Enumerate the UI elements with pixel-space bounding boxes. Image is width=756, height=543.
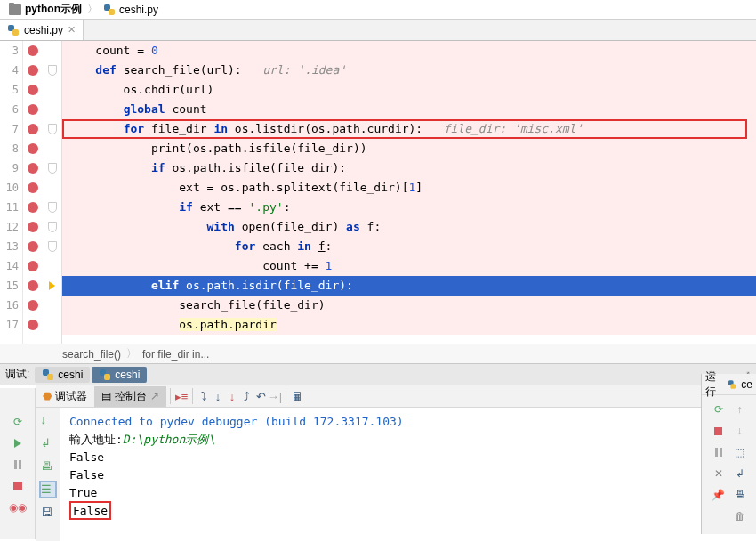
resume-icon[interactable]: [11, 436, 25, 450]
code-line[interactable]: ext = os.path.splitext(file_dir)[1]: [62, 178, 756, 198]
breakpoint-icon[interactable]: [28, 222, 38, 232]
code-line[interactable]: os.path.pardir: [62, 315, 756, 335]
breakpoint-icon[interactable]: [28, 143, 38, 154]
code-line[interactable]: if ext == '.py':: [62, 198, 756, 217]
console-icon: ▤: [101, 390, 111, 402]
code-line[interactable]: count += 1: [62, 256, 756, 276]
python-file-icon: [42, 369, 54, 381]
editor-tab-ceshi[interactable]: ceshi.py ✕: [0, 20, 84, 40]
code-area[interactable]: count = 0 def search_file(url): url: '.i…: [62, 41, 756, 344]
evaluate-expression-icon[interactable]: 🖩: [290, 389, 304, 403]
breakpoint-icon[interactable]: [28, 280, 38, 291]
breakpoint-icon[interactable]: [28, 124, 38, 134]
run-panel-toolbar: ⟳ ↑ ↓ ⬚ ✕ ↲ 📌 🖶 🗑: [702, 395, 756, 523]
console-left-toolbar: ↓ ↲ 🖶 ☰ 🖫: [36, 408, 60, 541]
debug-left-toolbar: ⟳ ◉◉: [0, 388, 36, 539]
step-into-icon[interactable]: ↓: [211, 389, 225, 403]
breakpoint-icon[interactable]: [28, 261, 38, 272]
method-shield-icon: [48, 65, 57, 76]
spacer: [712, 509, 726, 523]
breakpoint-icon[interactable]: [28, 300, 38, 311]
debug-body: ⟳ ◉◉ ↓ ↲ 🖶 ☰ 🖫 Connected to pydev debugg…: [0, 408, 756, 541]
breadcrumb-folder[interactable]: python示例: [5, 2, 85, 17]
python-file-icon: [99, 369, 111, 381]
breakpoint-icon[interactable]: [28, 202, 38, 213]
debug-session-tab-active[interactable]: ceshi: [92, 367, 147, 383]
force-step-into-icon[interactable]: ↓: [225, 389, 239, 403]
breakpoint-icon[interactable]: [28, 65, 38, 76]
python-file-icon: [103, 4, 116, 16]
print-icon[interactable]: 🖶: [41, 459, 55, 474]
filter-icon[interactable]: ☰: [41, 482, 55, 497]
console-tab[interactable]: ▤ 控制台 ↗: [94, 386, 166, 407]
breakpoint-gutter[interactable]: [23, 41, 43, 344]
breakpoint-icon[interactable]: [28, 104, 38, 115]
method-shield-icon: [48, 241, 57, 252]
debug-bar: 调试: ceshi ceshi ⚙ — ⤢: [0, 363, 756, 385]
breakpoint-icon[interactable]: [28, 163, 38, 174]
trash-icon[interactable]: 🗑: [733, 509, 747, 523]
wrap-icon[interactable]: ↲: [733, 466, 747, 481]
editor-tab-label: ceshi.py: [24, 24, 63, 36]
code-line[interactable]: count = 0: [62, 41, 756, 61]
show-execution-point-icon[interactable]: ▸≡: [174, 389, 189, 403]
close-tab-icon[interactable]: ✕: [68, 24, 76, 36]
code-line[interactable]: os.chdir(url): [62, 80, 756, 100]
view-breakpoints-icon[interactable]: ◉◉: [11, 500, 25, 515]
breadcrumb-folder-label: python示例: [25, 2, 82, 17]
breakpoint-icon[interactable]: [28, 182, 38, 193]
method-shield-icon: [48, 124, 57, 134]
close-icon[interactable]: ✕: [712, 466, 726, 481]
clear-icon[interactable]: 🖫: [41, 506, 55, 520]
stop-icon[interactable]: [11, 479, 25, 493]
pause-icon[interactable]: [11, 458, 25, 472]
layout-icon[interactable]: ⬚: [733, 445, 747, 459]
debug-tab-label: ceshi: [115, 369, 140, 381]
step-out-icon[interactable]: ⤴: [239, 389, 253, 403]
code-line[interactable]: with open(file_dir) as f:: [62, 217, 756, 237]
crumb-function[interactable]: search_file(): [62, 348, 121, 361]
breadcrumb-file[interactable]: ceshi.py: [100, 4, 162, 16]
breakpoint-icon[interactable]: [28, 241, 38, 252]
debug-toolbar: ⬣ 调试器 ▤ 控制台 ↗ ▸≡ ⤵ ↓ ↓ ⤴ ↶ →| 🖩: [36, 385, 756, 408]
code-line[interactable]: def search_file(url): url: '.idea': [62, 61, 756, 80]
down-icon[interactable]: ↓: [733, 424, 747, 438]
breakpoint-icon[interactable]: [28, 85, 38, 95]
rerun-icon[interactable]: ⟳: [712, 402, 726, 417]
code-line[interactable]: global count: [62, 100, 756, 119]
debug-label: 调试:: [5, 367, 29, 382]
code-line[interactable]: for file_dir in os.listdir(os.path.curdi…: [62, 119, 756, 139]
code-line[interactable]: search_file(file_dir): [62, 296, 756, 315]
up-icon[interactable]: ↑: [733, 402, 747, 417]
scroll-to-end-icon[interactable]: ↓: [41, 413, 55, 427]
expand-console-icon[interactable]: ↗: [150, 390, 159, 402]
soft-wrap-icon[interactable]: ↲: [41, 436, 55, 450]
code-fold-gutter[interactable]: [43, 41, 62, 344]
crumb-separator: 〉: [126, 346, 137, 361]
step-over-icon[interactable]: ⤵: [197, 389, 211, 403]
pause-icon[interactable]: [712, 445, 726, 459]
code-line-current[interactable]: elif os.path.isdir(file_dir):: [62, 276, 756, 296]
breakpoint-icon[interactable]: [28, 320, 38, 330]
code-editor[interactable]: 345 678 91011 121314 151617: [0, 41, 756, 344]
breakpoint-icon[interactable]: [28, 45, 38, 56]
debugger-tab[interactable]: ⬣ 调试器: [36, 386, 94, 407]
code-line[interactable]: if os.path.isfile(file_dir):: [62, 158, 756, 178]
print-icon[interactable]: 🖶: [733, 488, 747, 502]
run-panel-header[interactable]: 运行 ce: [702, 374, 756, 395]
stop-icon[interactable]: [712, 424, 726, 438]
crumb-loop[interactable]: for file_dir in...: [142, 348, 209, 361]
execution-pointer-icon: [49, 281, 55, 290]
debug-console[interactable]: Connected to pydev debugger (build 172.3…: [60, 408, 756, 541]
drop-frame-icon[interactable]: ↶: [253, 389, 268, 403]
run-to-cursor-icon[interactable]: →|: [268, 389, 282, 403]
code-line[interactable]: for each in f:: [62, 237, 756, 256]
code-breadcrumb[interactable]: search_file() 〉 for file_dir in...: [0, 344, 756, 363]
rerun-icon[interactable]: ⟳: [11, 415, 25, 429]
highlight-box: False: [69, 501, 111, 520]
pin-icon[interactable]: 📌: [712, 488, 726, 502]
debug-session-tab[interactable]: ceshi: [35, 367, 90, 383]
debug-tab-label: ceshi: [58, 369, 83, 381]
code-line[interactable]: print(os.path.isfile(file_dir)): [62, 139, 756, 158]
run-label: 运行: [705, 369, 723, 400]
